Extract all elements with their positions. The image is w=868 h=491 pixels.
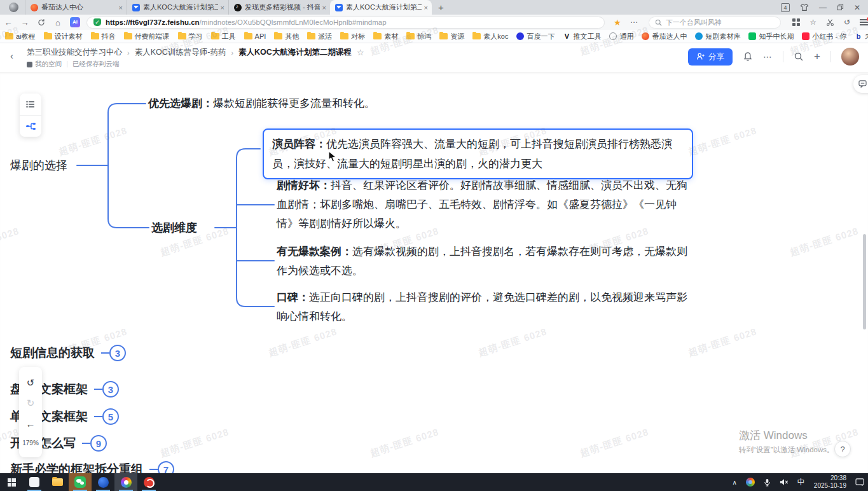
notifications-bell-icon[interactable]: [743, 52, 753, 62]
url-text[interactable]: https://ft6vgl737z.feishu.cn/mindnotes/O…: [106, 18, 387, 26]
ime-indicator[interactable]: 中: [797, 477, 805, 488]
close-tab-icon[interactable]: ×: [424, 4, 428, 11]
tab-count-badge[interactable]: 4: [781, 3, 790, 12]
close-window-icon[interactable]: ✕: [854, 4, 860, 11]
tab-feishu-active[interactable]: 素人KOC大航海计划第二期课 ×: [330, 0, 432, 15]
mindmap-node-priority[interactable]: 优先选爆剧：爆款短剧能获得更多流量和转化。: [148, 96, 375, 111]
bookmark-manager-icon[interactable]: ☆: [809, 18, 816, 27]
bookmark-folder[interactable]: 设计素材: [44, 32, 83, 41]
collapsed-count-badge[interactable]: 3: [102, 381, 119, 398]
taskbar-file-explorer[interactable]: [46, 473, 69, 491]
mindmap-canvas[interactable]: 爆剧的选择 优先选爆剧：爆款短剧能获得更多流量和转化。 选剧维度 演员阵容：优先…: [0, 72, 868, 473]
tab-douyin[interactable]: 发现更多精彩视频 - 抖音搜索 ×: [228, 0, 330, 15]
tray-browser-icon[interactable]: [746, 478, 755, 487]
share-button[interactable]: 分享: [688, 48, 733, 66]
new-tab-button[interactable]: +: [438, 2, 444, 13]
history-icon[interactable]: ↺: [844, 18, 850, 27]
collapsed-count-badge[interactable]: 5: [102, 408, 119, 425]
favorite-star-icon[interactable]: ☆: [357, 48, 364, 57]
bookmark-site[interactable]: 短剧素材库: [695, 32, 740, 41]
tab-fanqie[interactable]: 番茄达人中心 ×: [25, 0, 127, 15]
menu-icon[interactable]: [860, 19, 868, 25]
restore-window-icon[interactable]: [837, 4, 844, 11]
refresh-icon[interactable]: [33, 18, 50, 27]
home-icon[interactable]: ⌂: [50, 18, 66, 27]
tray-expand-icon[interactable]: ∧: [733, 479, 737, 486]
security-shield-icon[interactable]: ✓: [93, 18, 101, 26]
breadcrumb-item[interactable]: 素人KOC训练营导师-药药: [135, 47, 226, 58]
back-to-center-icon[interactable]: ←: [26, 419, 36, 429]
bookmark-folder[interactable]: 其他: [274, 32, 299, 41]
close-tab-icon[interactable]: ×: [119, 4, 123, 11]
collapsed-count-badge[interactable]: 3: [109, 345, 126, 361]
ai-assistant-icon[interactable]: AI: [70, 17, 80, 27]
taskbar-app-red[interactable]: [137, 473, 160, 491]
help-button[interactable]: ?: [834, 441, 851, 457]
mindmap-node-hit-cases[interactable]: 有无爆款案例：选有爆款视频的剧，上抖音搜剧名，若有爆款存在则可考虑，无爆款则作为…: [277, 242, 689, 280]
bookmark-folder[interactable]: ai教程: [5, 32, 36, 41]
mindmap-node-cast-selected[interactable]: 演员阵容：优先选演员阵容强大、流量大的短剧，可上抖音搜短剧演员排行榜熟悉演员，演…: [263, 128, 693, 179]
bookmark-folder[interactable]: API: [244, 32, 266, 40]
bookmark-folder[interactable]: 资源: [439, 32, 464, 41]
bookmark-folder[interactable]: 抖音: [91, 32, 116, 41]
bookmark-folder[interactable]: 对标: [340, 32, 365, 41]
redo-icon[interactable]: ↻: [27, 398, 35, 408]
doc-back-icon[interactable]: ‹: [10, 50, 13, 61]
bookmark-folder[interactable]: 素人koc: [472, 32, 508, 41]
collapsed-count-badge[interactable]: 9: [90, 435, 107, 452]
collapsed-count-badge[interactable]: 7: [158, 461, 174, 473]
forward-icon[interactable]: →: [17, 18, 33, 27]
close-tab-icon[interactable]: ×: [322, 4, 326, 11]
start-button[interactable]: [0, 473, 23, 491]
bookmark-folder[interactable]: 学习: [178, 32, 203, 41]
close-tab-icon[interactable]: ×: [221, 4, 224, 11]
taskbar-browser[interactable]: [114, 473, 137, 491]
bookmark-site[interactable]: 知乎中长期: [748, 32, 794, 41]
speaker-muted-icon[interactable]: [780, 478, 789, 486]
undo-icon[interactable]: ↺: [27, 378, 35, 387]
mindmap-node-dimension[interactable]: 选剧维度: [151, 219, 197, 236]
user-avatar[interactable]: [841, 48, 859, 66]
bookmark-folder[interactable]: 付费前端课: [124, 32, 170, 41]
comments-panel-tab[interactable]: [853, 75, 868, 93]
quick-search-box[interactable]: 下一个台风叫风神: [649, 17, 782, 29]
taskbar-app-notes[interactable]: [23, 473, 46, 491]
address-bar[interactable]: ✓ https://ft6vgl737z.feishu.cn/mindnotes…: [86, 17, 605, 29]
mindmap-topic-info[interactable]: 短剧信息的获取 3: [10, 345, 126, 361]
mindmap-node-plot[interactable]: 剧情好坏：抖音、红果评论区看评价。好剧情故事细腻、情感细腻、演员不出戏、无狗血剧…: [277, 176, 689, 233]
bookmark-site[interactable]: 通用: [609, 32, 633, 41]
minimize-window-icon[interactable]: —: [819, 4, 827, 11]
bookmark-folder[interactable]: 惊鸿: [406, 32, 431, 41]
bookmark-folder[interactable]: 素材: [373, 32, 398, 41]
theme-shirt-icon[interactable]: [800, 3, 809, 11]
bookmark-folder[interactable]: 工具: [211, 32, 236, 41]
bookmark-star-icon[interactable]: ★: [614, 18, 621, 27]
address-more-icon[interactable]: ⋯: [630, 18, 638, 27]
bookmark-site[interactable]: 百度一下: [516, 32, 555, 41]
apps-grid-icon[interactable]: [792, 18, 800, 26]
header-more-icon[interactable]: ⋯: [763, 52, 773, 62]
create-new-icon[interactable]: +: [814, 50, 820, 63]
mindmap-root-node[interactable]: 爆剧的选择: [10, 157, 67, 174]
taskbar-app-blue[interactable]: [92, 473, 114, 491]
microphone-icon[interactable]: [764, 478, 771, 487]
taskbar-wechat[interactable]: [69, 473, 92, 491]
doc-search-icon[interactable]: [794, 52, 804, 62]
outline-view-button[interactable]: [20, 93, 41, 116]
mindmap-topic-remix[interactable]: 新手必学的框架拆分重组 7: [10, 461, 174, 473]
mindmap-node-reputation[interactable]: 口碑：选正向口碑的剧，上抖音搜剧的评价，避免选口碑差的剧，以免视频迎来骂声影响心…: [277, 288, 689, 326]
vertical-scrollbar[interactable]: [863, 234, 866, 329]
bookmark-site[interactable]: 番茄达人中: [642, 32, 687, 41]
bookmark-site[interactable]: b未命名文件: [855, 32, 868, 41]
back-icon[interactable]: ←: [0, 18, 17, 27]
browser-profile-avatar[interactable]: [9, 3, 18, 12]
space-name[interactable]: 我的空间: [35, 60, 62, 69]
action-center-icon[interactable]: [855, 478, 864, 486]
bookmark-folder[interactable]: 派活: [307, 32, 332, 41]
mindmap-view-button[interactable]: [20, 116, 41, 137]
screenshot-scissors-icon[interactable]: [826, 18, 834, 27]
breadcrumb-item[interactable]: 第三职业技能交付学习中心: [27, 47, 122, 58]
bookmark-site[interactable]: V推文工具: [563, 32, 601, 41]
taskbar-clock[interactable]: 20:382025-10-19: [814, 474, 846, 490]
bookmark-site[interactable]: 小红书 - 你: [802, 32, 846, 41]
